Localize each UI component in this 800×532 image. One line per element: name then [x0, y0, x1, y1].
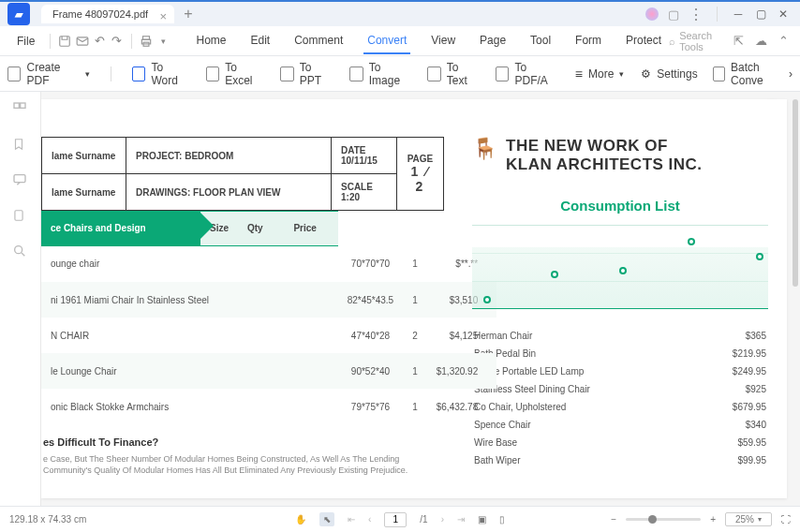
chart-point [483, 296, 491, 303]
header-table: lame Surname PROJECT: BEDROOM DATE 10/11… [41, 137, 444, 211]
list-item: Stainless Steel Dining Chair$925 [474, 381, 766, 397]
tab-page[interactable]: Page [476, 28, 510, 54]
list-item: Herman Chair$365 [474, 328, 766, 344]
cloud-icon[interactable]: ☁ [753, 32, 768, 51]
note-body: e Case, But The Sheer Number Of Modular … [41, 453, 444, 477]
maximize-button[interactable]: ▢ [753, 7, 768, 21]
tab-tool[interactable]: Tool [526, 28, 555, 54]
ribbon-tabs: Home Edit Comment Convert View Page Tool… [193, 28, 666, 54]
last-page-icon[interactable]: ⇥ [457, 514, 465, 525]
close-button[interactable]: ✕ [776, 7, 791, 21]
to-image-button[interactable]: To Image [349, 61, 410, 87]
search-tools[interactable]: ⌕ Search Tools [669, 30, 724, 52]
document-viewport[interactable]: W ▸ lame Surname PROJECT: BEDROOM DATE 1… [41, 92, 800, 506]
col-price: Price [273, 212, 338, 245]
zoom-out-icon[interactable]: − [611, 514, 616, 525]
fit-page-icon[interactable]: ▣ [478, 514, 486, 525]
brand-title-l2: KLAN ARCHITECTS INC. [506, 155, 703, 174]
brand-title-l1: THE NEW WORK OF [506, 137, 703, 155]
ai-icon[interactable] [645, 7, 659, 21]
to-ppt-button[interactable]: To PPT [280, 61, 333, 87]
products-table: ce Chairs and Design Size Qty Price oung… [41, 211, 496, 425]
bookmark-icon[interactable] [12, 137, 29, 154]
left-sidebar [0, 92, 41, 506]
gear-icon: ⚙ [641, 67, 651, 81]
page-left-column: lame Surname PROJECT: BEDROOM DATE 10/11… [41, 99, 444, 498]
list-item: Bath Pedal Bin$219.95 [474, 346, 766, 362]
prev-page-icon[interactable]: ‹ [368, 514, 371, 525]
add-tab-button[interactable]: + [184, 6, 192, 22]
menubar: File ↶ ↷ ▾ Home Edit Comment Convert Vie… [0, 26, 800, 56]
tab-home[interactable]: Home [193, 28, 230, 54]
page-right-column: 🪑 THE NEW WORK OF KLAN ARCHITECTS INC. C… [444, 99, 787, 498]
tab-comment[interactable]: Comment [290, 28, 347, 54]
main-area: W ▸ lame Surname PROJECT: BEDROOM DATE 1… [0, 92, 800, 506]
chart-point [688, 238, 695, 245]
undo-icon[interactable]: ↶ [93, 32, 106, 51]
kebab-icon[interactable]: ⋮ [689, 6, 704, 23]
table-row: onic Black Stokke Armchairs79*75*761$6,4… [41, 389, 496, 424]
tab-edit[interactable]: Edit [247, 28, 274, 54]
to-word-button[interactable]: To Word [132, 61, 189, 87]
svg-rect-0 [60, 36, 70, 46]
col-qty: Qty [238, 212, 273, 245]
first-page-icon[interactable]: ⇤ [348, 514, 355, 525]
app-logo: ▰ [7, 3, 30, 25]
svg-rect-8 [14, 211, 22, 221]
tab-protect[interactable]: Protect [622, 28, 665, 54]
mail-icon[interactable] [76, 32, 89, 51]
tab-filename: Frame 48097024.pdf [52, 8, 148, 20]
statusbar: 129.18 x 74.33 cm ✋ ⬉ ⇤ ‹ /1 › ⇥ ▣ ▯ − +… [0, 506, 800, 532]
svg-rect-7 [14, 175, 25, 183]
file-menu[interactable]: File [9, 35, 42, 48]
col-name: ce Chairs and Design [41, 212, 200, 245]
to-pdfa-button[interactable]: To PDF/A [496, 61, 558, 87]
hdr-scale: SCALE 1:20 [332, 174, 397, 211]
tab-view[interactable]: View [427, 28, 459, 54]
create-pdf-button[interactable]: Create PDF▾ [7, 61, 90, 87]
page-input[interactable] [384, 512, 407, 527]
select-tool-icon[interactable]: ⬉ [319, 512, 334, 526]
document-tab[interactable]: Frame 48097024.pdf × [41, 5, 174, 23]
attachment-icon[interactable] [12, 208, 29, 225]
print-dropdown-icon[interactable]: ▾ [156, 32, 170, 51]
settings-button[interactable]: ⚙Settings [641, 61, 697, 87]
table-row: ni 1961 Miami Chair In Stainless Steel82… [41, 282, 496, 318]
collapse-icon[interactable]: ⌃ [776, 32, 791, 51]
page-total: /1 [420, 514, 427, 525]
to-excel-button[interactable]: To Excel [206, 61, 264, 87]
list-item: Spence Chair$340 [474, 417, 766, 433]
print-icon[interactable] [140, 32, 153, 51]
close-icon[interactable]: × [160, 9, 168, 23]
hand-tool-icon[interactable]: ✋ [295, 514, 306, 525]
fullscreen-icon[interactable]: ⛶ [781, 514, 791, 525]
redo-icon[interactable]: ↷ [110, 32, 123, 51]
tab-form[interactable]: Form [571, 28, 605, 54]
next-page-icon[interactable]: › [441, 514, 444, 525]
fit-width-icon[interactable]: ▯ [499, 514, 505, 525]
comment-icon[interactable] [12, 172, 29, 189]
save-icon[interactable] [58, 32, 71, 51]
note-heading: es Difficult To Finance? [43, 436, 444, 448]
zoom-select[interactable]: 25%▾ [725, 512, 772, 526]
chart-point [756, 253, 763, 260]
list-item: Wire Base$59.95 [474, 435, 766, 451]
search-panel-icon[interactable] [12, 244, 29, 260]
scrollbar[interactable] [793, 99, 798, 287]
zoom-slider[interactable] [626, 518, 701, 521]
tab-convert[interactable]: Convert [363, 28, 410, 54]
page-label: PAGE [407, 154, 434, 164]
more-button[interactable]: ≡More▾ [575, 66, 625, 81]
batch-convert-button[interactable]: Batch Conve› [713, 61, 793, 87]
to-text-button[interactable]: To Text [427, 61, 479, 87]
zoom-in-icon[interactable]: + [710, 514, 716, 525]
share-icon[interactable]: ⇱ [732, 32, 747, 51]
notification-icon[interactable]: ▢ [668, 7, 679, 22]
thumbnails-icon[interactable] [12, 101, 29, 118]
page-fraction: 1 ⁄ 2 [407, 164, 434, 194]
svg-rect-6 [20, 103, 24, 108]
hdr-name2: lame Surname [42, 174, 126, 211]
minimize-button[interactable]: ─ [731, 7, 746, 21]
chart-point [551, 271, 558, 278]
svg-point-9 [14, 246, 22, 254]
